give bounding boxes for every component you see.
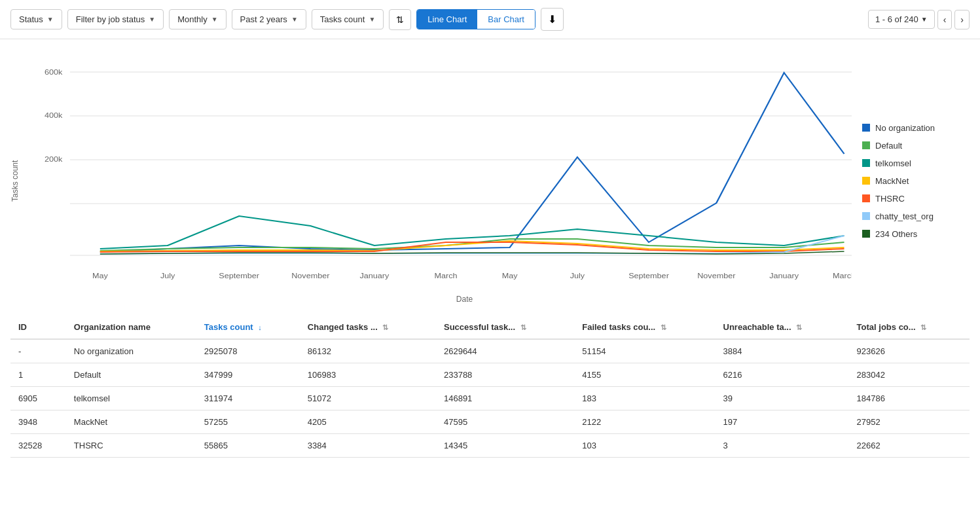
download-btn[interactable]: ⬇ bbox=[541, 8, 564, 31]
legend-label-thsrc: THSRC bbox=[875, 194, 905, 204]
next-page-btn[interactable]: › bbox=[954, 10, 970, 29]
svg-text:March: March bbox=[434, 272, 457, 280]
cell-successful-tasks: 14345 bbox=[436, 434, 574, 458]
cell-total-jobs: 184786 bbox=[849, 387, 970, 410]
data-table: ID Organization name Tasks count ↓ Chang… bbox=[10, 316, 970, 458]
table-row: 32528THSRC55865338414345103322662 bbox=[10, 434, 970, 458]
pagination-info[interactable]: 1 - 6 of 240 ▼ bbox=[868, 10, 935, 29]
col-header-successful-tasks[interactable]: Successful task... ⇅ bbox=[436, 316, 574, 339]
legend-item-thsrc: THSRC bbox=[862, 194, 959, 204]
svg-text:July: July bbox=[160, 272, 175, 280]
svg-text:September: September bbox=[219, 272, 259, 280]
data-table-container: ID Organization name Tasks count ↓ Chang… bbox=[0, 316, 980, 458]
legend-color-telkomsel bbox=[862, 159, 870, 167]
legend-color-no-org bbox=[862, 124, 870, 132]
table-row: 6905telkomsel311974510721468911833918478… bbox=[10, 387, 970, 410]
cell-id: 6905 bbox=[10, 387, 66, 410]
prev-page-btn[interactable]: ‹ bbox=[937, 10, 953, 29]
cell-total-jobs: 923626 bbox=[849, 339, 970, 363]
cell-id: - bbox=[10, 339, 66, 363]
past-years-label: Past 2 years bbox=[240, 14, 287, 24]
cell-org-name: Default bbox=[66, 363, 196, 387]
sort-icon-changed-tasks: ⇅ bbox=[382, 323, 388, 331]
legend-label-telkomsel: telkomsel bbox=[875, 158, 911, 168]
svg-text:November: November bbox=[291, 272, 329, 280]
monthly-arrow-icon: ▼ bbox=[211, 16, 218, 23]
svg-text:May: May bbox=[502, 272, 518, 280]
cell-changed-tasks: 106983 bbox=[300, 363, 436, 387]
tasks-count-btn[interactable]: Tasks count ▼ bbox=[312, 9, 384, 29]
cell-successful-tasks: 146891 bbox=[436, 387, 574, 410]
cell-changed-tasks: 4205 bbox=[300, 410, 436, 434]
status-filter-btn[interactable]: Status ▼ bbox=[10, 9, 62, 29]
col-header-changed-tasks[interactable]: Changed tasks ... ⇅ bbox=[300, 316, 436, 339]
cell-failed-tasks: 103 bbox=[574, 434, 715, 458]
legend-label-others: 234 Others bbox=[875, 229, 917, 239]
cell-unreachable: 3884 bbox=[716, 339, 849, 363]
chart-inner: 600k 400k 200k May July September Novemb… bbox=[25, 52, 852, 309]
job-status-filter-btn[interactable]: Filter by job status ▼ bbox=[67, 9, 164, 29]
col-header-org-name[interactable]: Organization name bbox=[66, 316, 196, 339]
table-row: 3948MackNet57255420547595212219727952 bbox=[10, 410, 970, 434]
cell-changed-tasks: 86132 bbox=[300, 339, 436, 363]
svg-text:March: March bbox=[833, 272, 852, 280]
svg-text:January: January bbox=[769, 272, 799, 280]
cell-unreachable: 6216 bbox=[716, 363, 849, 387]
sort-icon-total-jobs: ⇅ bbox=[920, 323, 926, 331]
legend-label-chatty: chatty_test_org bbox=[875, 211, 934, 221]
y-axis-label: Tasks count bbox=[5, 52, 25, 309]
tasks-count-arrow-icon: ▼ bbox=[369, 16, 375, 23]
col-header-unreachable[interactable]: Unreachable ta... ⇅ bbox=[716, 316, 849, 339]
cell-org-name: THSRC bbox=[66, 434, 196, 458]
job-status-arrow-icon: ▼ bbox=[149, 16, 155, 23]
cell-id: 32528 bbox=[10, 434, 66, 458]
cell-total-jobs: 283042 bbox=[849, 363, 970, 387]
bar-chart-btn[interactable]: Bar Chart bbox=[477, 10, 535, 29]
sort-arrow-tasks-count: ↓ bbox=[258, 323, 262, 331]
past-years-arrow-icon: ▼ bbox=[291, 16, 298, 23]
legend-label-no-org: No organization bbox=[875, 123, 935, 133]
sort-icon-successful-tasks: ⇅ bbox=[520, 323, 526, 331]
cell-unreachable: 197 bbox=[716, 410, 849, 434]
svg-text:September: September bbox=[628, 272, 669, 280]
cell-successful-tasks: 233788 bbox=[436, 363, 574, 387]
col-header-total-jobs[interactable]: Total jobs co... ⇅ bbox=[849, 316, 970, 339]
col-header-failed-tasks[interactable]: Failed tasks cou... ⇅ bbox=[574, 316, 715, 339]
cell-failed-tasks: 4155 bbox=[574, 363, 715, 387]
cell-org-name: No organization bbox=[66, 339, 196, 363]
cell-tasks-count: 55865 bbox=[196, 434, 300, 458]
x-axis-label: Date bbox=[25, 295, 852, 309]
legend-color-thsrc bbox=[862, 194, 870, 202]
status-label: Status bbox=[19, 14, 43, 24]
sort-icon-failed-tasks: ⇅ bbox=[661, 323, 666, 331]
status-arrow-icon: ▼ bbox=[47, 16, 54, 23]
line-chart-btn[interactable]: Line Chart bbox=[417, 10, 477, 29]
monthly-label: Monthly bbox=[177, 14, 208, 24]
sort-order-btn[interactable]: ⇅ bbox=[389, 9, 411, 30]
pagination-arrow-icon: ▼ bbox=[921, 16, 928, 23]
svg-text:400k: 400k bbox=[45, 111, 62, 120]
line-chart-svg: 600k 400k 200k May July September Novemb… bbox=[25, 52, 852, 295]
cell-failed-tasks: 183 bbox=[574, 387, 715, 410]
monthly-btn[interactable]: Monthly ▼ bbox=[169, 9, 226, 29]
legend-color-others bbox=[862, 230, 870, 238]
cell-total-jobs: 27952 bbox=[849, 410, 970, 434]
cell-total-jobs: 22662 bbox=[849, 434, 970, 458]
table-row: -No organization292507886132262964451154… bbox=[10, 339, 970, 363]
cell-unreachable: 3 bbox=[716, 434, 849, 458]
legend-label-default: Default bbox=[875, 141, 902, 151]
sort-icon-unreachable: ⇅ bbox=[796, 323, 802, 331]
table-header: ID Organization name Tasks count ↓ Chang… bbox=[10, 316, 970, 339]
legend-item-others: 234 Others bbox=[862, 229, 959, 239]
legend-item-no-org: No organization bbox=[862, 123, 959, 133]
col-header-tasks-count[interactable]: Tasks count ↓ bbox=[196, 316, 300, 339]
svg-text:200k: 200k bbox=[45, 155, 62, 164]
toolbar: Status ▼ Filter by job status ▼ Monthly … bbox=[0, 0, 980, 39]
svg-text:November: November bbox=[697, 272, 735, 280]
past-years-btn[interactable]: Past 2 years ▼ bbox=[232, 9, 306, 29]
col-header-id[interactable]: ID bbox=[10, 316, 66, 339]
svg-text:July: July bbox=[570, 272, 585, 280]
cell-tasks-count: 347999 bbox=[196, 363, 300, 387]
legend-label-macknet: MackNet bbox=[875, 176, 909, 186]
table-body: -No organization292507886132262964451154… bbox=[10, 339, 970, 458]
